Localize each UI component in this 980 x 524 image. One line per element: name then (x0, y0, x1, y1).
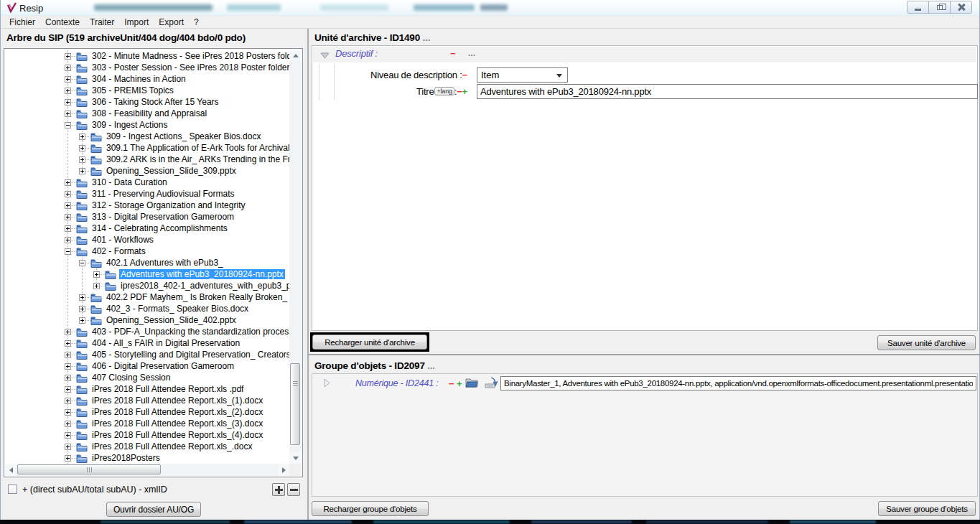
remove-object-button[interactable]: − (449, 378, 454, 389)
reload-archive-unit-button[interactable]: Recharger unité d'archive (312, 334, 427, 350)
menu-item-export[interactable]: Export (154, 17, 189, 28)
tree-item[interactable]: 303 - Poster Session - See iPres 2018 Po… (4, 62, 289, 73)
menu-item-traiter[interactable]: Traiter (85, 17, 119, 28)
tree-item[interactable]: 314 - Celebrating Accomplishments (4, 223, 289, 234)
expand-plus-icon[interactable] (65, 191, 71, 197)
tree-item[interactable]: Opening_Session_Slide_309.pptx (4, 165, 289, 177)
tree-item[interactable]: 309 - Ingest Actions_ Speaker Bios.docx (4, 131, 289, 142)
expand-plus-icon[interactable] (65, 386, 71, 393)
expand-plus-icon[interactable] (65, 398, 71, 404)
panel-splitter[interactable] (307, 29, 309, 520)
expand-plus-icon[interactable] (93, 271, 100, 278)
expand-plus-icon[interactable] (65, 444, 71, 450)
save-object-group-button[interactable]: Sauver groupe d'objets (878, 501, 976, 516)
tree-item[interactable]: 407 Closing Session (4, 372, 289, 383)
remove-field-button[interactable]: − (462, 70, 467, 80)
remove-field-button[interactable]: − (457, 86, 462, 97)
expand-plus-icon[interactable] (65, 179, 71, 186)
menu-item-[interactable]: ? (189, 17, 204, 28)
expand-plus-icon[interactable] (79, 168, 85, 174)
menu-item-import[interactable]: Import (119, 17, 154, 28)
tree-item[interactable]: 309.1 The Application of E-Ark Tools for… (4, 142, 289, 154)
tree-item[interactable]: iPres2018Posters (4, 452, 289, 464)
add-object-button[interactable]: + (457, 378, 462, 389)
expand-plus-icon[interactable] (65, 237, 71, 243)
tree-horizontal-scrollbar[interactable] (5, 464, 289, 476)
reload-object-group-button[interactable]: Recharger groupe d'objets (312, 501, 429, 516)
tree-item[interactable]: 309 - Ingest Actions (4, 119, 289, 131)
tree-item[interactable]: 306 - Taking Stock After 15 Years (4, 96, 289, 108)
save-archive-unit-button[interactable]: Sauver unité d'archive (877, 335, 976, 350)
expand-plus-icon[interactable] (65, 225, 71, 232)
expand-plus-icon[interactable] (65, 329, 71, 335)
tree-item[interactable]: 311 - Preserving Audiovisual Formats (4, 188, 289, 200)
tree-item[interactable]: ipres2018_402-1_adventures_with_epub3_pe… (4, 280, 289, 291)
expand-plus-icon[interactable] (79, 317, 85, 324)
expand-plus-icon[interactable] (65, 53, 71, 60)
tree-vertical-scrollbar[interactable] (289, 50, 302, 464)
horizontal-scroll-thumb[interactable] (17, 464, 161, 474)
tree-item[interactable]: Adventures with ePub3_20180924-nn.pptx (4, 268, 289, 280)
menu-item-contexte[interactable]: Contexte (40, 17, 85, 28)
tree-item[interactable]: 402 - Formats (4, 245, 289, 257)
expand-plus-icon[interactable] (79, 134, 85, 140)
tree-item[interactable]: 312 - Storage Organization and Integrity (4, 200, 289, 211)
scroll-right-button[interactable] (278, 464, 289, 476)
close-button[interactable] (950, 1, 972, 14)
collapse-minus-icon[interactable] (65, 248, 71, 255)
tree-item[interactable]: 302 - Minute Madness - See iPres 2018 Po… (4, 50, 289, 62)
tree-item[interactable]: 309.2 ARK is in the Air_ ARKs Trending i… (4, 154, 289, 165)
binary-master-input[interactable] (500, 376, 976, 390)
tree-item[interactable]: 402.2 PDF Mayhem_ Is Broken Really Broke… (4, 291, 289, 303)
add-field-button[interactable]: + (462, 86, 467, 97)
tree-item[interactable]: 402_3 - Formats_ Speaker Bios.docx (4, 303, 289, 314)
scroll-left-button[interactable] (5, 464, 17, 476)
tree-item[interactable]: 308 - Feasibility and Appraisal (4, 108, 289, 119)
remove-descriptif-button[interactable]: − (450, 48, 456, 59)
add-lang-button[interactable]: +lang (434, 87, 454, 95)
tree-item[interactable]: Opening_Session_Slide_402.pptx (4, 314, 289, 326)
open-folder-icon[interactable] (465, 377, 479, 390)
expand-plus-icon[interactable] (65, 214, 71, 220)
tree-item[interactable]: 313 - Digital Preservation Gameroom (4, 211, 289, 223)
expand-plus-icon[interactable] (65, 111, 71, 117)
expand-plus-icon[interactable] (93, 283, 100, 289)
restore-button[interactable] (928, 1, 951, 14)
expand-plus-icon[interactable] (79, 156, 85, 163)
description-level-select[interactable]: Item (477, 67, 568, 83)
tree-item[interactable]: iPres 2018 Full Attendee Report.xls_(1).… (4, 395, 289, 406)
open-au-og-folder-button[interactable]: Ouvrir dossier AU/OG (106, 502, 201, 517)
scroll-up-button[interactable] (289, 50, 302, 61)
xmlid-checkbox[interactable] (8, 485, 17, 494)
expand-plus-icon[interactable] (65, 202, 71, 209)
expand-plus-icon[interactable] (79, 306, 85, 312)
tree-item[interactable]: 402.1 Adventures with ePub3_ (4, 257, 289, 268)
tree-item[interactable]: 405 - Storytelling and Digital Preservat… (4, 349, 289, 360)
expand-plus-icon[interactable] (79, 294, 85, 301)
menu-item-fichier[interactable]: Fichier (4, 17, 40, 28)
collapse-all-button[interactable] (287, 483, 300, 496)
expand-plus-icon[interactable] (65, 88, 71, 94)
tree-item[interactable]: 406 - Digital Preservation Gameroom (4, 360, 289, 372)
scroll-down-button[interactable] (289, 452, 302, 464)
tree-item[interactable]: iPres 2018 Full Attendee Report.xls_(4).… (4, 429, 289, 441)
tree-item[interactable]: 310 - Data Curation (4, 177, 289, 188)
tree-item[interactable]: 401 - Workflows (4, 234, 289, 245)
expand-plus-icon[interactable] (65, 455, 71, 462)
tree-item[interactable]: 304 - Machines in Action (4, 73, 289, 85)
export-object-icon[interactable] (484, 377, 498, 390)
expand-plus-icon[interactable] (65, 352, 71, 358)
tree-item[interactable]: 404 - All_s FAIR in Digital Preservation (4, 337, 289, 349)
tree-item[interactable]: 403 - PDF-A_Unpacking the standardizatio… (4, 326, 289, 337)
minimize-button[interactable] (907, 1, 929, 14)
tree-item[interactable]: iPres 2018 Full Attendee Report.xls .pdf (4, 383, 289, 395)
collapse-chevron-icon[interactable] (320, 51, 330, 61)
expand-all-button[interactable] (272, 483, 285, 496)
expand-plus-icon[interactable] (65, 432, 71, 439)
expand-plus-icon[interactable] (65, 409, 71, 416)
tree-item[interactable]: iPres 2018 Full Attendee Report.xls_.doc… (4, 441, 289, 452)
expand-plus-icon[interactable] (65, 421, 71, 427)
expand-plus-icon[interactable] (65, 375, 71, 381)
collapse-minus-icon[interactable] (65, 122, 71, 128)
tree-item[interactable]: iPres 2018 Full Attendee Report.xls_(2).… (4, 406, 289, 418)
